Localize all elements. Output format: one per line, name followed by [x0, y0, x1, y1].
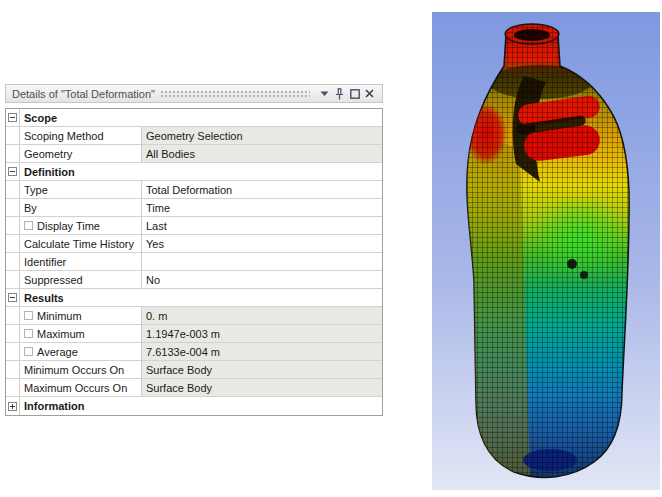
property-name-text: By [24, 202, 37, 214]
collapse-toggle[interactable] [6, 397, 20, 415]
model-viewport[interactable] [432, 12, 660, 490]
property-name: Identifier [20, 253, 142, 270]
property-value: 0. m [142, 307, 382, 324]
bottle-neck-opening [505, 24, 559, 44]
parameter-checkbox[interactable] [24, 347, 33, 356]
property-value[interactable]: Time [142, 199, 382, 216]
detail-row-suppressed: Suppressed No [6, 271, 382, 289]
detail-row-identifier: Identifier [6, 253, 382, 271]
close-icon[interactable] [362, 86, 377, 101]
property-value[interactable]: Yes [142, 235, 382, 252]
property-value[interactable]: All Bodies [142, 145, 382, 162]
property-name-text: Maximum [37, 328, 85, 340]
row-gutter [6, 379, 20, 396]
property-name-text: Minimum Occurs On [24, 364, 124, 376]
detail-row-display-time: Display Time Last [6, 217, 382, 235]
property-value[interactable] [142, 253, 382, 270]
maximize-icon[interactable] [347, 86, 362, 101]
plus-box-icon[interactable] [8, 402, 17, 411]
property-name-text: Average [37, 346, 78, 358]
property-name-text: Minimum [37, 310, 82, 322]
row-gutter [6, 145, 20, 162]
detail-row-maximum: Maximum 1.1947e-003 m [6, 325, 382, 343]
property-name-text: Suppressed [24, 274, 83, 286]
section-row-results[interactable]: Results [6, 289, 382, 307]
row-gutter [6, 271, 20, 288]
property-name-text: Type [24, 184, 48, 196]
detail-row-average: Average 7.6133e-004 m [6, 343, 382, 361]
parameter-checkbox[interactable] [24, 329, 33, 338]
dropdown-arrow-icon[interactable] [317, 86, 332, 101]
row-gutter [6, 253, 20, 270]
detail-row-minimum: Minimum 0. m [6, 307, 382, 325]
property-name: Maximum [20, 325, 142, 342]
section-label: Results [20, 289, 382, 306]
minus-box-icon[interactable] [8, 167, 17, 176]
row-gutter [6, 181, 20, 198]
property-name: By [20, 199, 142, 216]
property-value[interactable]: Geometry Selection [142, 127, 382, 144]
row-gutter [6, 235, 20, 252]
parameter-checkbox[interactable] [24, 221, 33, 230]
collapse-toggle[interactable] [6, 289, 20, 306]
section-row-scope[interactable]: Scope [6, 109, 382, 127]
detail-row-scoping-method: Scoping Method Geometry Selection [6, 127, 382, 145]
property-value: 7.6133e-004 m [142, 343, 382, 360]
row-gutter [6, 343, 20, 360]
detail-row-maximum-occurs-on: Maximum Occurs On Surface Body [6, 379, 382, 397]
property-name: Scoping Method [20, 127, 142, 144]
screenshot-root: Details of "Total Deformation" Scope [0, 0, 662, 497]
property-value: Surface Body [142, 361, 382, 378]
property-name: Display Time [20, 217, 142, 234]
property-value[interactable]: No [142, 271, 382, 288]
row-gutter [6, 307, 20, 324]
property-name: Type [20, 181, 142, 198]
detail-row-by: By Time [6, 199, 382, 217]
details-panel-header: Details of "Total Deformation" [5, 84, 383, 103]
row-gutter [6, 325, 20, 342]
property-name-text: Calculate Time History [24, 238, 134, 250]
property-name-text: Maximum Occurs On [24, 382, 127, 394]
property-name: Minimum [20, 307, 142, 324]
property-name: Maximum Occurs On [20, 379, 142, 396]
deformation-contour-plot [432, 12, 660, 490]
property-name: Minimum Occurs On [20, 361, 142, 378]
details-panel: Details of "Total Deformation" Scope [5, 84, 383, 416]
property-value: Surface Body [142, 379, 382, 396]
collapse-toggle[interactable] [6, 163, 20, 180]
property-name: Average [20, 343, 142, 360]
detail-row-minimum-occurs-on: Minimum Occurs On Surface Body [6, 361, 382, 379]
property-name: Suppressed [20, 271, 142, 288]
section-label: Information [20, 397, 382, 415]
detail-row-calculate-time-history: Calculate Time History Yes [6, 235, 382, 253]
minus-box-icon[interactable] [8, 293, 17, 302]
section-label: Scope [20, 109, 382, 126]
pin-icon[interactable] [332, 86, 347, 101]
section-row-definition[interactable]: Definition [6, 163, 382, 181]
property-value[interactable]: Last [142, 217, 382, 234]
property-name-text: Display Time [37, 220, 100, 232]
property-value: 1.1947e-003 m [142, 325, 382, 342]
property-name: Calculate Time History [20, 235, 142, 252]
property-name-text: Identifier [24, 256, 66, 268]
section-label: Definition [20, 163, 382, 180]
detail-row-geometry: Geometry All Bodies [6, 145, 382, 163]
panel-title: Details of "Total Deformation" [12, 88, 155, 100]
property-value[interactable]: Total Deformation [142, 181, 382, 198]
parameter-checkbox[interactable] [24, 311, 33, 320]
detail-row-type: Type Total Deformation [6, 181, 382, 199]
details-table: Scope Scoping Method Geometry Selection … [5, 108, 383, 416]
minus-box-icon[interactable] [8, 113, 17, 122]
row-gutter [6, 127, 20, 144]
collapse-toggle[interactable] [6, 109, 20, 126]
row-gutter [6, 199, 20, 216]
dotted-leader [160, 90, 310, 99]
property-name-text: Geometry [24, 148, 72, 160]
property-name: Geometry [20, 145, 142, 162]
property-name-text: Scoping Method [24, 130, 104, 142]
section-row-information[interactable]: Information [6, 397, 382, 415]
row-gutter [6, 361, 20, 378]
row-gutter [6, 217, 20, 234]
